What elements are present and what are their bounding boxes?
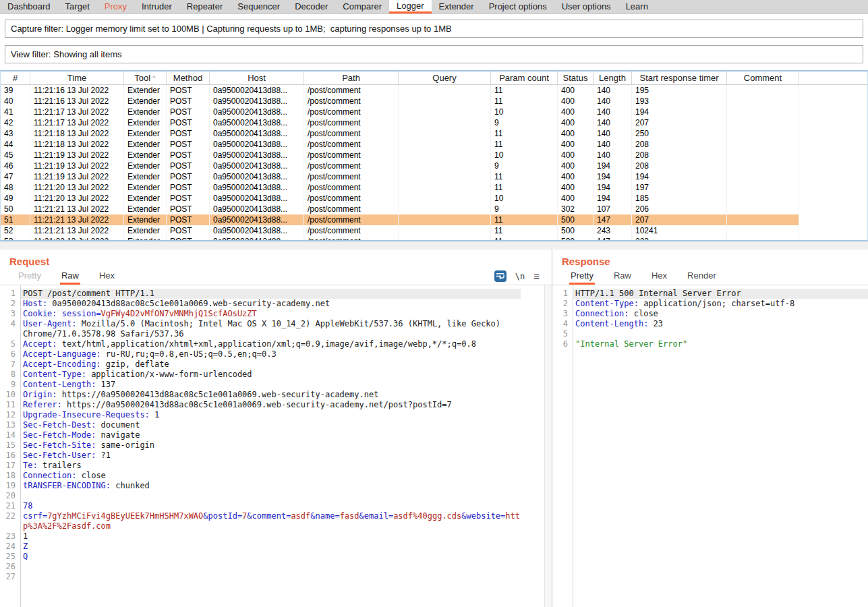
cell-start-response-timer: 208 [632,150,727,161]
code-line: 22csrf=7gYzhMCiFvi4gBEyUEEk7HmHSHM7xWAO&… [0,511,552,531]
cell-status: 400 [558,171,594,182]
editor-menu-icon[interactable]: ≡ [533,273,540,280]
cell-comment [727,85,799,96]
main-menubar: DashboardTargetProxyIntruderRepeaterSequ… [0,0,868,14]
log-row-41[interactable]: 4111:21:17 13 Jul 2022ExtenderPOST0a9500… [1,107,799,117]
cell-method: POST [167,171,210,182]
tab-pretty[interactable]: Pretty [569,270,595,285]
cell-start-response-timer: 208 [632,161,727,171]
menu-tab-logger[interactable]: Logger [389,0,431,13]
column-header--[interactable]: # [1,71,30,84]
cell-query [399,204,491,214]
cell-method: POST [167,161,210,171]
menu-tab-intruder[interactable]: Intruder [134,0,179,13]
cell-length: 140 [594,150,632,161]
tab-hex[interactable]: Hex [650,270,668,285]
tab-raw[interactable]: Raw [60,270,80,285]
line-number: 5 [0,339,20,349]
column-header-length[interactable]: Length [594,71,632,84]
code-line: 24Z [0,542,552,552]
menu-tab-extender[interactable]: Extender [432,0,482,13]
column-header-host[interactable]: Host [210,71,304,84]
view-filter-bar[interactable]: View filter: Showing all items [5,45,863,63]
log-row-50[interactable]: 5011:21:21 13 Jul 2022ExtenderPOST0a9500… [1,204,799,214]
response-editor[interactable]: 1HTTP/1.1 500 Internal Server Error2Cont… [552,285,868,607]
menu-tab-sequencer[interactable]: Sequencer [230,0,287,13]
menu-tab-proxy[interactable]: Proxy [97,0,134,13]
log-row-42[interactable]: 4211:21:17 13 Jul 2022ExtenderPOST0a9500… [1,117,799,128]
cell-method: POST [167,107,210,117]
cell-start-response-timer: 207 [632,214,727,225]
column-header-comment[interactable]: Comment [727,71,799,84]
cell-id: 45 [1,150,30,161]
code-line: 1POST /post/comment HTTP/1.1 [0,289,552,299]
column-header-time[interactable]: Time [30,71,124,84]
cell-method: POST [167,214,210,225]
tab-pretty[interactable]: Pretty [17,270,42,285]
log-row-45[interactable]: 4511:21:19 13 Jul 2022ExtenderPOST0a9500… [1,150,799,161]
log-row-39[interactable]: 3911:21:16 13 Jul 2022ExtenderPOST0a9500… [1,85,799,96]
cell-tool: Extender [124,117,167,128]
cell-time: 11:21:17 13 Jul 2022 [30,107,124,117]
cell-time: 11:21:18 13 Jul 2022 [30,139,124,150]
log-row-53[interactable]: 5311:21:22 13 Jul 2022ExtenderPOST0a9500… [1,236,799,241]
cell-time: 11:21:21 13 Jul 2022 [30,204,124,214]
show-newlines-icon[interactable]: \n [515,272,525,281]
editor-toolbar: \n≡ [494,270,540,285]
menu-tab-learn[interactable]: Learn [618,0,656,13]
log-row-51[interactable]: 5111:21:21 13 Jul 2022ExtenderPOST0a9500… [1,214,799,225]
line-number: 7 [0,359,20,370]
log-row-49[interactable]: 4911:21:20 13 Jul 2022ExtenderPOST0a9500… [1,193,799,204]
log-row-40[interactable]: 4011:21:16 13 Jul 2022ExtenderPOST0a9500… [1,96,799,107]
log-row-52[interactable]: 5211:21:21 13 Jul 2022ExtenderPOST0a9500… [1,225,799,236]
menu-tab-decoder[interactable]: Decoder [287,0,335,13]
menu-tab-dashboard[interactable]: Dashboard [0,0,58,13]
cell-method: POST [167,139,210,150]
menu-tab-target[interactable]: Target [58,0,97,13]
menu-tab-user-options[interactable]: User options [554,0,618,13]
column-header-start-response-timer[interactable]: Start response timer [632,71,727,84]
menu-tab-comparer[interactable]: Comparer [335,0,389,13]
column-header-query[interactable]: Query [399,71,491,84]
cell-time: 11:21:22 13 Jul 2022 [30,236,124,241]
cell-length: 194 [594,161,632,171]
line-number: 3 [552,309,573,319]
line-number: 4 [0,319,20,339]
capture-filter-bar[interactable]: Capture filter: Logger memory limit set … [5,20,863,38]
line-number: 9 [0,380,20,390]
column-header-status[interactable]: Status [558,71,594,84]
line-number: 8 [0,370,20,380]
horizontal-splitter[interactable] [0,241,868,250]
log-row-43[interactable]: 4311:21:18 13 Jul 2022ExtenderPOST0a9500… [1,128,799,139]
code-line: 10Origin: https://0a9500020413d88ac08c5c… [0,390,552,400]
cell-query [399,128,491,139]
column-header-param-count[interactable]: Param count [491,71,558,84]
menu-tab-project-options[interactable]: Project options [482,0,554,13]
cell-status: 500 [558,225,594,236]
line-number: 1 [552,289,573,299]
cell-tool: Extender [124,107,167,117]
tab-raw[interactable]: Raw [612,270,633,285]
cell-time: 11:21:20 13 Jul 2022 [30,193,124,204]
log-row-48[interactable]: 4811:21:20 13 Jul 2022ExtenderPOST0a9500… [1,182,799,193]
request-editor[interactable]: 1POST /post/comment HTTP/1.12Host: 0a950… [0,285,552,607]
cell-status: 302 [558,204,594,214]
cell-length: 147 [594,236,632,241]
cell-host: 0a9500020413d88... [210,85,304,96]
tab-render[interactable]: Render [686,270,718,285]
column-header-tool[interactable]: Tool^ [124,71,167,84]
response-panel: Response PrettyRawHexRender 1HTTP/1.1 50… [552,250,868,607]
column-header-method[interactable]: Method [167,71,210,84]
tab-hex[interactable]: Hex [98,270,116,285]
log-row-44[interactable]: 4411:21:18 13 Jul 2022ExtenderPOST0a9500… [1,139,799,150]
cell-query [399,182,491,193]
log-row-47[interactable]: 4711:21:19 13 Jul 2022ExtenderPOST0a9500… [1,171,799,182]
menu-tab-repeater[interactable]: Repeater [179,0,230,13]
soft-wrap-icon[interactable] [494,270,507,282]
cell-path: /post/comment [304,204,399,214]
cell-path: /post/comment [304,225,399,236]
line-number: 1 [0,289,20,299]
line-number: 25 [0,552,20,562]
column-header-path[interactable]: Path [304,71,399,84]
log-row-46[interactable]: 4611:21:19 13 Jul 2022ExtenderPOST0a9500… [1,161,799,171]
